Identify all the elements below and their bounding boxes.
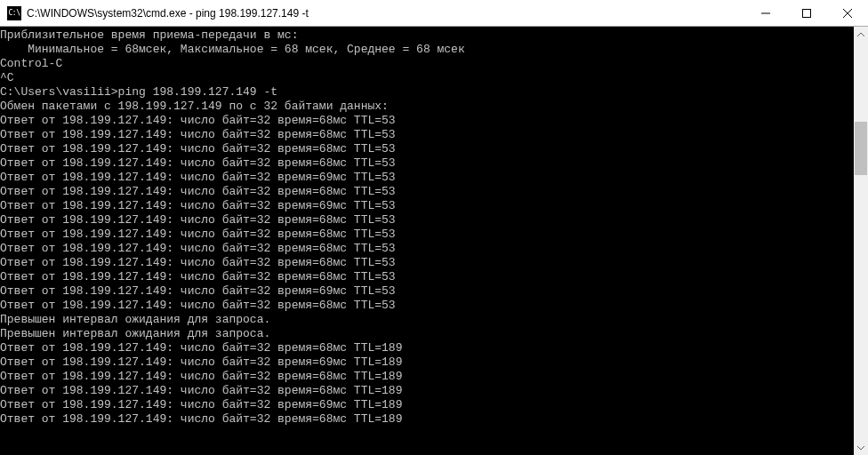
svg-rect-1 xyxy=(803,9,811,17)
terminal-line: ^C xyxy=(0,71,868,85)
vertical-scrollbar[interactable] xyxy=(854,27,868,455)
terminal-line: Ответ от 198.199.127.149: число байт=32 … xyxy=(0,228,868,242)
terminal-line: Ответ от 198.199.127.149: число байт=32 … xyxy=(0,412,868,427)
terminal-line: Ответ от 198.199.127.149: число байт=32 … xyxy=(0,370,868,384)
terminal-line: Ответ от 198.199.127.149: число байт=32 … xyxy=(0,199,868,213)
terminal-line: Превышен интервал ожидания для запроса. xyxy=(0,313,868,327)
terminal-line: Ответ от 198.199.127.149: число байт=32 … xyxy=(0,384,868,398)
window-title: C:\WINDOWS\system32\cmd.exe - ping 198.1… xyxy=(27,6,745,20)
terminal-line: Ответ от 198.199.127.149: число байт=32 … xyxy=(0,156,868,171)
terminal-line: Ответ от 198.199.127.149: число байт=32 … xyxy=(0,128,868,142)
terminal-line: Ответ от 198.199.127.149: число байт=32 … xyxy=(0,256,868,270)
terminal-line: Минимальное = 68мсек, Максимальное = 68 … xyxy=(0,43,868,57)
terminal-line: Ответ от 198.199.127.149: число байт=32 … xyxy=(0,341,868,355)
window-controls xyxy=(745,0,868,26)
terminal-line: Ответ от 198.199.127.149: число байт=32 … xyxy=(0,171,868,185)
minimize-button[interactable] xyxy=(745,0,786,26)
terminal-line: Ответ от 198.199.127.149: число байт=32 … xyxy=(0,398,868,412)
terminal-line: Ответ от 198.199.127.149: число байт=32 … xyxy=(0,142,868,156)
terminal-line: Обмен пакетами с 198.199.127.149 по с 32… xyxy=(0,100,868,114)
terminal-line: Ответ от 198.199.127.149: число байт=32 … xyxy=(0,242,868,256)
terminal-line: Ответ от 198.199.127.149: число байт=32 … xyxy=(0,185,868,199)
terminal-line: Ответ от 198.199.127.149: число байт=32 … xyxy=(0,114,868,128)
terminal-line: Превышен интервал ожидания для запроса. xyxy=(0,327,868,341)
terminal-wrapper: Приблизительное время приема-передачи в … xyxy=(0,27,868,455)
cmd-icon: C:\ xyxy=(7,6,21,20)
scroll-down-button[interactable] xyxy=(854,440,868,455)
terminal-line: Ответ от 198.199.127.149: число байт=32 … xyxy=(0,299,868,313)
terminal-line: C:\Users\vasilii>ping 198.199.127.149 -t xyxy=(0,85,868,100)
scroll-up-button[interactable] xyxy=(854,27,868,42)
close-button[interactable] xyxy=(827,0,868,26)
terminal-line: Ответ от 198.199.127.149: число байт=32 … xyxy=(0,270,868,284)
terminal-line: Ответ от 198.199.127.149: число байт=32 … xyxy=(0,355,868,370)
scroll-thumb[interactable] xyxy=(855,122,867,175)
scroll-track[interactable] xyxy=(854,42,868,440)
maximize-button[interactable] xyxy=(786,0,827,26)
window-titlebar[interactable]: C:\ C:\WINDOWS\system32\cmd.exe - ping 1… xyxy=(0,0,868,27)
terminal-line: Приблизительное время приема-передачи в … xyxy=(0,28,868,43)
terminal-line: Control-C xyxy=(0,57,868,71)
terminal-output[interactable]: Приблизительное время приема-передачи в … xyxy=(0,27,868,455)
terminal-line: Ответ от 198.199.127.149: число байт=32 … xyxy=(0,213,868,228)
terminal-line: Ответ от 198.199.127.149: число байт=32 … xyxy=(0,284,868,299)
